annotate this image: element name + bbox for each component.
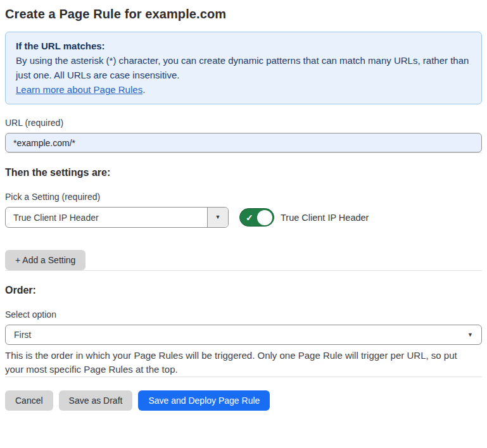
section-divider	[5, 270, 482, 271]
section-divider	[5, 152, 482, 153]
pick-setting-label: Pick a Setting (required)	[5, 192, 482, 202]
save-deploy-button[interactable]: Save and Deploy Page Rule	[138, 390, 270, 411]
check-icon: ✓	[246, 213, 253, 221]
cancel-button[interactable]: Cancel	[5, 390, 53, 411]
url-field-label: URL (required)	[5, 118, 482, 128]
section-divider	[5, 376, 482, 377]
add-setting-button[interactable]: + Add a Setting	[5, 250, 85, 270]
learn-more-link[interactable]: Learn more about Page Rules	[16, 84, 142, 95]
info-callout-body: By using the asterisk (*) character, you…	[16, 53, 471, 82]
settings-section-heading: Then the settings are:	[5, 166, 482, 178]
setting-select[interactable]: True Client IP Header ▼	[5, 207, 229, 228]
order-section-heading: Order:	[5, 284, 482, 296]
order-select-label: Select option	[5, 309, 482, 320]
setting-select-arrow-button[interactable]: ▼	[207, 208, 228, 227]
chevron-down-icon: ▼	[215, 215, 221, 220]
page-rule-form: Create a Page Rule for example.com If th…	[0, 0, 487, 411]
info-callout-heading: If the URL matches:	[16, 39, 471, 53]
page-title: Create a Page Rule for example.com	[5, 6, 482, 22]
order-select-value: First	[14, 330, 31, 340]
setting-toggle-label: True Client IP Header	[281, 213, 369, 223]
chevron-down-icon: ▼	[467, 332, 473, 338]
order-select[interactable]: First ▼	[5, 325, 482, 345]
save-draft-button[interactable]: Save as Draft	[59, 390, 133, 411]
setting-row: True Client IP Header ▼ ✓ True Client IP…	[5, 207, 482, 228]
link-period: .	[142, 84, 145, 95]
toggle-knob	[257, 210, 272, 225]
order-help-text: This is the order in which your Page Rul…	[5, 349, 477, 376]
url-input[interactable]	[5, 133, 482, 152]
setting-toggle[interactable]: ✓	[239, 208, 274, 227]
form-actions: Cancel Save as Draft Save and Deploy Pag…	[5, 390, 482, 411]
url-match-info-callout: If the URL matches: By using the asteris…	[5, 32, 482, 104]
info-callout-link-line: Learn more about Page Rules.	[16, 82, 471, 97]
setting-select-value: True Client IP Header	[6, 208, 207, 227]
